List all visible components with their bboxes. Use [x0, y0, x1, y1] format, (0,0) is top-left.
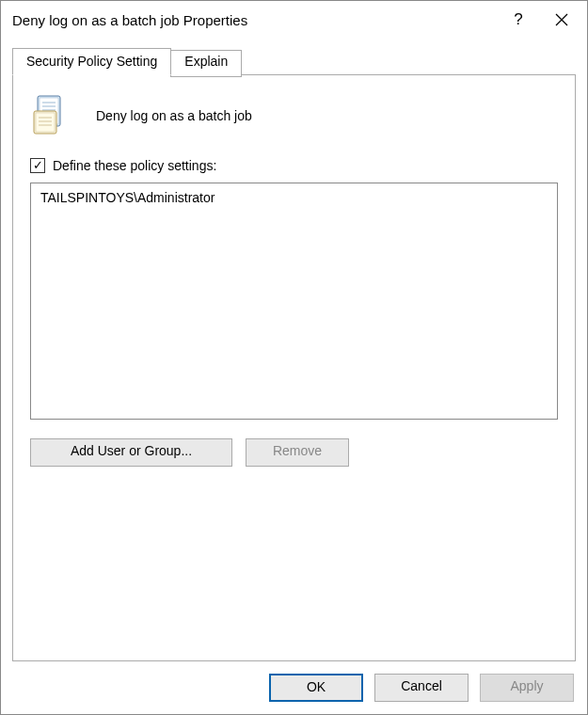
window-title: Deny log on as a batch job Properties — [12, 12, 497, 28]
list-buttons-row: Add User or Group... Remove — [30, 438, 558, 467]
tab-security-policy-setting[interactable]: Security Policy Setting — [12, 48, 171, 75]
define-policy-checkbox[interactable]: ✓ — [30, 158, 45, 173]
policy-icon — [30, 92, 75, 137]
cancel-button[interactable]: Cancel — [374, 674, 469, 702]
checkmark-icon: ✓ — [33, 159, 43, 171]
add-user-or-group-button[interactable]: Add User or Group... — [30, 438, 232, 467]
policy-entries-listbox[interactable]: TAILSPINTOYS\Administrator — [30, 183, 558, 420]
remove-button[interactable]: Remove — [246, 438, 349, 467]
svg-rect-8 — [36, 113, 55, 132]
policy-header: Deny log on as a batch job — [30, 92, 558, 137]
titlebar: Deny log on as a batch job Properties ? — [1, 1, 587, 39]
help-button[interactable]: ? — [497, 5, 540, 35]
tab-explain[interactable]: Explain — [170, 50, 242, 77]
close-button[interactable] — [540, 5, 583, 35]
define-policy-checkbox-row: ✓ Define these policy settings: — [30, 158, 558, 173]
properties-dialog: Deny log on as a batch job Properties ? … — [0, 0, 588, 715]
define-policy-label: Define these policy settings: — [53, 158, 216, 173]
apply-button[interactable]: Apply — [480, 674, 574, 702]
dialog-body: Security Policy Setting Explain Deny lo — [1, 39, 587, 661]
tab-panel-security: Deny log on as a batch job ✓ Define thes… — [12, 74, 576, 661]
ok-button[interactable]: OK — [269, 674, 363, 702]
list-item[interactable]: TAILSPINTOYS\Administrator — [39, 189, 549, 206]
tab-strip: Security Policy Setting Explain — [12, 48, 576, 75]
close-icon — [555, 13, 568, 26]
dialog-footer: OK Cancel Apply — [1, 661, 587, 714]
policy-name-label: Deny log on as a batch job — [96, 106, 252, 123]
